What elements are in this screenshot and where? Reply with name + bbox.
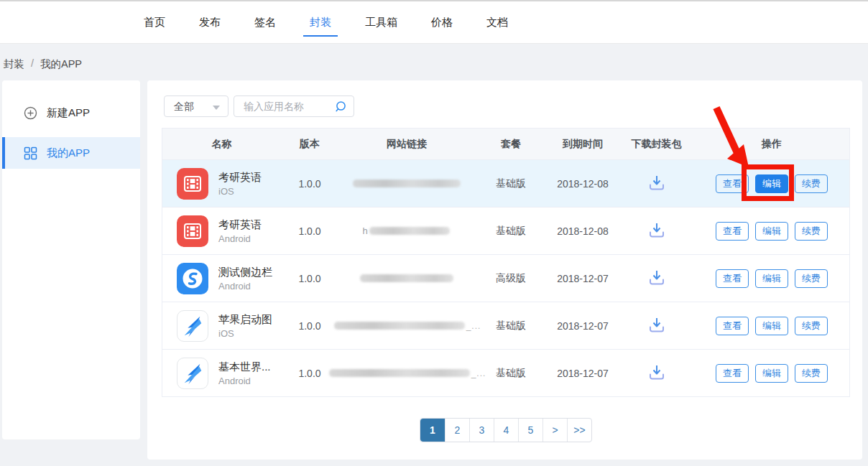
column-header-3: 套餐 — [475, 138, 547, 151]
actions-cell: 查看编辑续费 — [694, 174, 849, 193]
app-name-lines: 考研英语 iOS — [218, 171, 262, 197]
page-button-1[interactable]: 1 — [420, 419, 445, 442]
column-header-6: 操作 — [694, 138, 849, 151]
action-button-1[interactable]: 编辑 — [755, 269, 788, 288]
app-version: 1.0.0 — [281, 225, 338, 237]
plan-badge: 基础版 — [475, 225, 547, 238]
nav-item-3[interactable]: 封装 — [310, 1, 331, 43]
app-name-cell: 测试侧边栏 Android — [162, 263, 281, 294]
filter-dropdown[interactable]: 全部 — [164, 95, 228, 117]
action-button-0[interactable]: 查看 — [716, 317, 749, 335]
app-platform: iOS — [218, 186, 262, 197]
nav-item-1[interactable]: 发布 — [199, 1, 221, 43]
table-row: 苹果启动图 iOS 1.0.0 _... 基础版 2018-12-07 查看编 — [162, 302, 849, 349]
table-row: 考研英语 iOS 1.0.0 基础版 2018-12-08 查看编辑续费 — [162, 159, 849, 207]
search-input[interactable] — [244, 96, 337, 116]
search-icon[interactable] — [334, 101, 347, 116]
column-header-1: 版本 — [281, 138, 338, 151]
app-name: 苹果启动图 — [218, 313, 272, 326]
column-header-4: 到期时间 — [547, 138, 619, 151]
expire-date: 2018-12-08 — [547, 225, 619, 237]
sidebar: 新建APP 我的APP — [2, 80, 140, 439]
nav-item-4[interactable]: 工具箱 — [365, 1, 397, 43]
expire-date: 2018-12-07 — [547, 320, 619, 332]
actions-cell: 查看编辑续费 — [694, 222, 849, 241]
actions-cell: 查看编辑续费 — [694, 364, 849, 383]
download-cell — [619, 269, 694, 289]
download-icon[interactable] — [647, 316, 666, 336]
top-bar: 首页发布签名封装工具箱价格文档 — [0, 0, 868, 44]
website-link-cell: _... — [338, 368, 475, 378]
download-icon[interactable] — [647, 221, 666, 241]
column-header-2: 网站链接 — [338, 138, 475, 151]
link-visible-prefix: h — [362, 225, 367, 236]
page-button-2[interactable]: 2 — [445, 419, 469, 442]
sidebar-item-new-app[interactable]: 新建APP — [2, 97, 140, 129]
nav-item-5[interactable]: 价格 — [431, 1, 453, 43]
top-nav: 首页发布签名封装工具箱价格文档 — [144, 1, 508, 43]
app-name-lines: 测试侧边栏 Android — [218, 266, 272, 292]
breadcrumb: 封装 / 我的APP — [4, 57, 82, 71]
plus-circle-icon — [24, 106, 37, 120]
action-button-2[interactable]: 续费 — [795, 222, 828, 241]
expire-date: 2018-12-08 — [547, 178, 619, 190]
page-button-3[interactable]: 3 — [469, 419, 494, 442]
app-platform: iOS — [218, 328, 272, 339]
table-row: 测试侧边栏 Android 1.0.0 高级版 2018-12-07 查看编 — [162, 254, 849, 302]
plan-badge: 基础版 — [475, 177, 547, 190]
app-name-lines: 苹果启动图 iOS — [218, 313, 272, 339]
nav-item-2[interactable]: 签名 — [254, 1, 276, 43]
actions-cell: 查看编辑续费 — [694, 269, 849, 288]
app-version: 1.0.0 — [281, 320, 338, 332]
film-app-icon — [177, 215, 208, 247]
page-button-4[interactable]: 4 — [494, 419, 518, 442]
app-name-cell: 考研英语 iOS — [162, 168, 281, 200]
column-header-5: 下载封装包 — [619, 138, 694, 151]
website-link-cell — [338, 274, 475, 282]
download-cell — [619, 316, 694, 336]
swirl-app-icon — [177, 263, 208, 294]
chevron-down-icon — [213, 106, 220, 110]
app-name-cell: 考研英语 Android — [162, 215, 281, 247]
filter-dropdown-value: 全部 — [174, 101, 194, 112]
action-button-1[interactable]: 编辑 — [755, 317, 788, 335]
website-link-cell: _... — [338, 321, 475, 331]
plan-badge: 高级版 — [475, 272, 547, 285]
action-button-2[interactable]: 续费 — [795, 269, 828, 288]
download-icon[interactable] — [647, 174, 666, 194]
website-link-cell — [338, 180, 475, 187]
action-button-2[interactable]: 续费 — [795, 174, 828, 193]
grid-icon — [24, 146, 37, 160]
action-button-0[interactable]: 查看 — [716, 174, 749, 193]
action-button-1[interactable]: 编辑 — [755, 222, 788, 241]
blurred-link — [334, 322, 465, 330]
action-button-2[interactable]: 续费 — [795, 317, 828, 335]
download-icon[interactable] — [647, 363, 666, 383]
page-button->>[interactable]: >> — [567, 419, 591, 442]
action-button-0[interactable]: 查看 — [716, 269, 749, 288]
page-button->[interactable]: > — [542, 419, 567, 442]
app-name: 考研英语 — [218, 218, 262, 231]
table-row: 考研英语 Android 1.0.0 h 基础版 2018-12-08 查看编 — [162, 207, 849, 254]
edit-button-primary[interactable]: 编辑 — [755, 174, 788, 193]
breadcrumb-item-packaging[interactable]: 封装 — [4, 57, 24, 71]
app-name: 考研英语 — [218, 171, 262, 184]
search-box — [234, 95, 354, 117]
action-button-1[interactable]: 编辑 — [755, 364, 788, 383]
nav-item-0[interactable]: 首页 — [144, 1, 165, 43]
action-button-0[interactable]: 查看 — [716, 364, 749, 383]
blurred-link — [360, 274, 453, 282]
sidebar-item-label: 我的APP — [47, 146, 90, 160]
pagination: 12345>>> — [420, 418, 592, 442]
website-link-cell: h — [338, 225, 475, 236]
plan-badge: 基础版 — [475, 320, 547, 332]
bird-app-icon — [177, 310, 208, 342]
page-button-5[interactable]: 5 — [518, 419, 542, 442]
action-button-0[interactable]: 查看 — [716, 222, 749, 241]
bird-app-icon — [177, 358, 208, 389]
expire-date: 2018-12-07 — [547, 368, 619, 379]
nav-item-6[interactable]: 文档 — [486, 1, 508, 43]
action-button-2[interactable]: 续费 — [795, 364, 828, 383]
download-icon[interactable] — [647, 269, 666, 289]
sidebar-item-my-app[interactable]: 我的APP — [2, 137, 140, 169]
